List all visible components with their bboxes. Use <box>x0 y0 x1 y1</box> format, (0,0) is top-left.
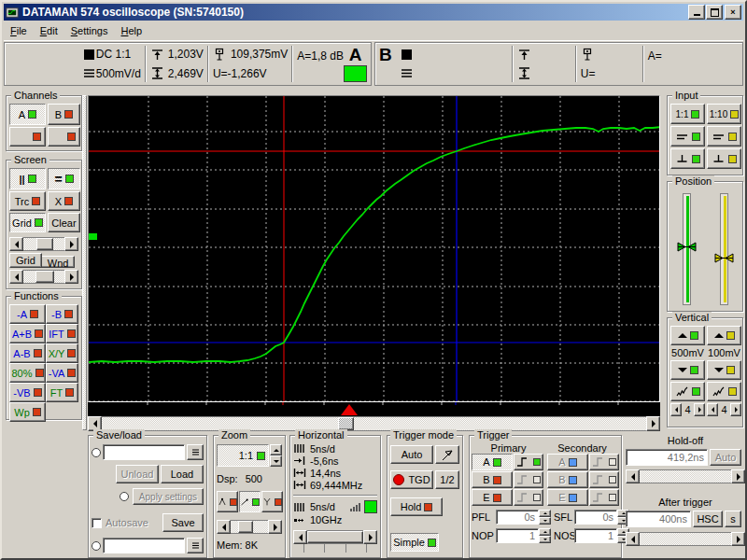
clear-button[interactable]: Clear <box>48 213 80 232</box>
file1-list-button[interactable] <box>187 444 204 460</box>
scroll-right-arrow[interactable] <box>731 469 745 483</box>
display-dots-button[interactable] <box>217 491 238 512</box>
holdoff-auto-button[interactable]: Auto <box>710 449 741 466</box>
coupling-b-button[interactable] <box>707 126 741 147</box>
save-button[interactable]: Save <box>162 513 204 532</box>
trigger-position-strip[interactable] <box>88 402 660 416</box>
scroll-right-arrow[interactable] <box>731 532 745 546</box>
menu-file[interactable]: File <box>4 22 34 39</box>
zoom-scrollbar[interactable] <box>217 520 282 534</box>
secondary-trigger-A-button[interactable]: A <box>547 454 588 470</box>
secondary-trigger-B-button[interactable]: B <box>547 471 588 488</box>
display-linear-button[interactable] <box>239 491 261 512</box>
hold-button[interactable]: Hold <box>390 497 443 516</box>
horizontal-scrollbar[interactable] <box>293 530 377 544</box>
smoothing-a-button[interactable] <box>670 382 705 401</box>
secondary-edge-A-button[interactable] <box>589 454 619 470</box>
tgd-button[interactable]: TGD <box>390 470 433 489</box>
auto-trigger-button[interactable]: Auto <box>390 445 433 464</box>
plot-horizontal-scrollbar[interactable] <box>88 416 660 431</box>
maximize-button[interactable] <box>706 5 723 20</box>
function-button--B[interactable]: -B <box>46 304 78 324</box>
scrollbar-thumb[interactable] <box>307 531 363 543</box>
channel-math2-button[interactable] <box>48 127 80 147</box>
scroll-right-arrow[interactable] <box>64 237 78 251</box>
after-trigger-scrollbar[interactable] <box>626 532 745 546</box>
avg-b-right[interactable] <box>730 403 741 416</box>
function-button--VB[interactable]: -VB <box>9 383 46 402</box>
avg-a-right[interactable] <box>694 403 705 416</box>
position-handle-b[interactable] <box>713 252 735 264</box>
smoothing-b-button[interactable] <box>707 382 741 401</box>
function-button--A[interactable]: -A <box>9 304 46 324</box>
channel-math1-button[interactable] <box>9 127 46 147</box>
probe-1to10-button[interactable]: 1:10 <box>707 104 741 124</box>
range-up-a-button[interactable] <box>670 326 705 345</box>
menu-edit[interactable]: Edit <box>34 22 64 39</box>
trace-button[interactable]: Trc <box>9 191 46 211</box>
secondary-trigger-E-button[interactable]: E <box>547 489 588 506</box>
file1-input[interactable] <box>103 444 185 460</box>
avg-a-left[interactable] <box>670 403 682 416</box>
unload-button[interactable]: Unload <box>116 465 159 483</box>
range-up-b-button[interactable] <box>707 326 741 345</box>
range-down-a-button[interactable] <box>670 360 705 380</box>
position-slider-b[interactable] <box>720 193 728 305</box>
scroll-right-arrow[interactable] <box>64 270 78 284</box>
close-button[interactable]: × <box>725 5 741 20</box>
function-button-Wp[interactable]: Wp <box>9 402 46 422</box>
scrollbar-thumb[interactable] <box>35 271 54 283</box>
scroll-left-arrow[interactable] <box>293 530 307 544</box>
tab-grid[interactable]: Grid <box>9 253 42 268</box>
nop-input[interactable] <box>496 528 539 543</box>
sfl-input[interactable] <box>574 510 617 525</box>
scroll-left-arrow[interactable] <box>9 270 23 284</box>
ground-a-button[interactable] <box>670 148 705 169</box>
function-button-80%[interactable]: 80% <box>9 363 46 383</box>
scroll-right-arrow[interactable] <box>646 416 660 431</box>
autosave-checkbox[interactable] <box>92 518 102 528</box>
scroll-left-arrow[interactable] <box>626 532 640 546</box>
zoom-down[interactable] <box>270 455 282 467</box>
tab-wnd[interactable]: Wnd <box>41 256 76 268</box>
grid-intensity-scrollbar[interactable] <box>9 237 78 251</box>
menu-help[interactable]: Help <box>114 22 148 39</box>
after-trigger-input[interactable] <box>626 511 691 527</box>
secondary-edge-B-button[interactable] <box>589 471 619 488</box>
scroll-left-arrow[interactable] <box>626 469 640 483</box>
holdoff-input[interactable] <box>626 449 708 466</box>
simple-mode-button[interactable]: Simple <box>390 533 439 552</box>
position-handle-a[interactable] <box>676 241 698 253</box>
run-pause-button[interactable]: || <box>9 168 46 189</box>
scroll-left-arrow[interactable] <box>217 520 231 534</box>
load-button[interactable]: Load <box>161 465 204 483</box>
file2-input[interactable] <box>103 538 185 553</box>
display-sinx-button[interactable] <box>261 491 283 512</box>
minimize-button[interactable] <box>688 5 705 20</box>
function-button-A+B[interactable]: A+B <box>9 324 46 343</box>
seconds-button[interactable]: s <box>725 511 741 527</box>
single-flag-button[interactable] <box>435 445 459 464</box>
primary-edge-B-button[interactable] <box>514 471 543 488</box>
grid-button[interactable]: Grid <box>9 213 46 232</box>
channel-a-button[interactable]: A <box>9 104 46 125</box>
primary-trigger-A-button[interactable]: A <box>472 454 513 470</box>
scrollbar-thumb[interactable] <box>238 521 253 533</box>
channel-b-button[interactable]: B <box>48 104 80 125</box>
apply-radio[interactable] <box>120 492 129 501</box>
function-button-X/Y[interactable]: X/Y <box>46 343 78 363</box>
secondary-edge-E-button[interactable] <box>589 489 619 506</box>
scroll-right-arrow[interactable] <box>363 530 377 544</box>
file2-list-button[interactable] <box>187 538 204 553</box>
hsc-button[interactable]: HSC <box>693 511 723 527</box>
menu-settings[interactable]: Settings <box>64 22 115 39</box>
primary-edge-A-button[interactable] <box>514 454 543 470</box>
primary-trigger-E-button[interactable]: E <box>472 489 513 506</box>
file1-radio[interactable] <box>92 448 101 457</box>
x-mode-button[interactable]: X <box>48 191 80 211</box>
range-down-b-button[interactable] <box>707 360 741 380</box>
pfl-input[interactable] <box>496 510 539 525</box>
file2-radio[interactable] <box>92 541 101 551</box>
nos-input[interactable] <box>574 528 617 543</box>
position-slider-a[interactable] <box>683 193 691 305</box>
